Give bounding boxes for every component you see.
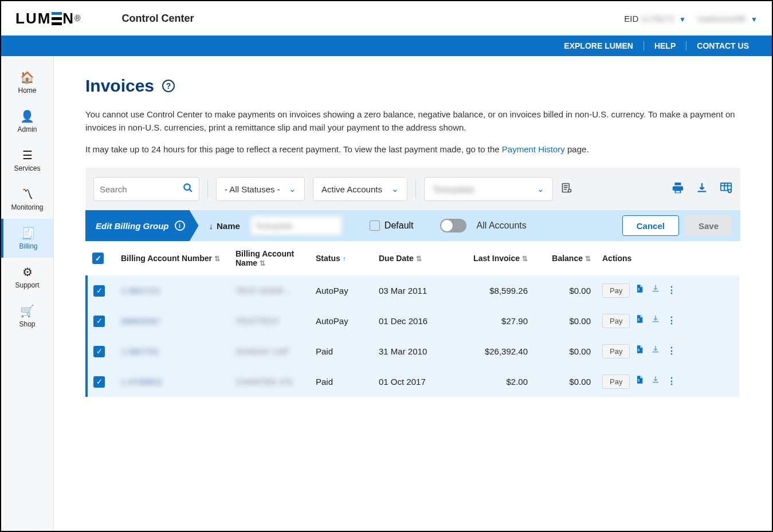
row-more-icon[interactable]: ⋮ xyxy=(667,346,676,356)
last-invoice-cell: $26,392.40 xyxy=(453,336,533,367)
sidebar-item-label: Support xyxy=(15,281,39,289)
row-download-icon[interactable] xyxy=(651,316,660,325)
col-last[interactable]: Last Invoice⇅ xyxy=(453,241,533,275)
col-due[interactable]: Due Date⇅ xyxy=(373,241,453,275)
acct-num-cell[interactable]: 1-9827S3 xyxy=(121,346,158,356)
save-button[interactable]: Save xyxy=(685,215,732,236)
sidebar-item-billing[interactable]: 🧾 Billing xyxy=(1,219,53,258)
pay-button[interactable]: Pay xyxy=(602,344,630,358)
col-balance[interactable]: Balance⇅ xyxy=(533,241,597,275)
row-download-icon[interactable] xyxy=(651,346,660,356)
eid-dropdown[interactable]: EID 1176272 ▼ xyxy=(624,14,686,23)
all-accounts-label: All Accounts xyxy=(477,220,527,231)
acct-num-cell[interactable]: 1-9M1Y21 xyxy=(121,286,160,295)
user-name: markussmith xyxy=(697,14,746,23)
name-label: ↓Name xyxy=(209,221,240,231)
page-description-2: It may take up to 24 hours for this page… xyxy=(85,144,740,154)
svg-point-0 xyxy=(184,184,190,190)
page-description: You cannot use Control Center to make pa… xyxy=(85,108,740,134)
search-input-wrap[interactable] xyxy=(93,177,199,201)
svg-line-1 xyxy=(189,189,192,192)
acct-name-cell: TESTTEST xyxy=(236,316,280,326)
svg-text:$: $ xyxy=(638,318,639,321)
group-filter-select[interactable]: Testupdate ⌄ xyxy=(424,177,553,201)
chevron-down-icon: ⌄ xyxy=(391,184,399,194)
global-nav-bar: EXPLORE LUMEN HELP CONTACT US xyxy=(1,36,772,56)
account-filter-select[interactable]: Active Accounts ⌄ xyxy=(313,177,407,201)
desc2-post: page. xyxy=(565,144,589,154)
due-cell: 31 Mar 2010 xyxy=(373,336,453,367)
last-invoice-cell: $8,599.26 xyxy=(453,275,533,306)
default-checkbox-wrap[interactable]: Default xyxy=(370,220,414,231)
row-more-icon[interactable]: ⋮ xyxy=(667,285,676,295)
sidebar-item-home[interactable]: 🏠 Home xyxy=(1,63,53,102)
group-name-input[interactable] xyxy=(250,216,342,235)
add-group-icon[interactable] xyxy=(561,182,572,196)
search-input[interactable] xyxy=(100,184,168,194)
explore-lumen-link[interactable]: EXPLORE LUMEN xyxy=(554,41,643,50)
col-status[interactable]: Status↑ xyxy=(310,241,373,275)
acct-num-cell[interactable]: 1-4Y8MK3 xyxy=(121,377,162,387)
row-checkbox[interactable]: ✓ xyxy=(93,376,105,388)
account-filter-label: Active Accounts xyxy=(321,184,382,194)
help-link[interactable]: HELP xyxy=(643,41,686,50)
status-filter-select[interactable]: - All Statuses - ⌄ xyxy=(216,177,305,201)
divider xyxy=(207,180,208,198)
sidebar-item-admin[interactable]: 👤 Admin xyxy=(1,102,53,141)
invoice-doc-icon[interactable]: $ xyxy=(635,346,644,356)
columns-settings-icon[interactable] xyxy=(720,182,732,197)
group-filter-label: Testupdate xyxy=(433,184,474,194)
status-cell: Paid xyxy=(310,367,373,397)
col-actions: Actions xyxy=(597,241,739,275)
all-accounts-toggle[interactable] xyxy=(440,219,466,232)
list-icon: ☰ xyxy=(22,148,33,162)
sidebar-item-support[interactable]: ⚙ Support xyxy=(1,258,53,297)
info-icon[interactable]: i xyxy=(175,220,185,231)
svg-text:$: $ xyxy=(638,348,639,352)
sidebar-item-monitoring[interactable]: 〽 Monitoring xyxy=(1,180,53,219)
cancel-button[interactable]: Cancel xyxy=(622,215,679,236)
invoices-table: ✓ Billing Account Number⇅ Billing Accoun… xyxy=(85,241,740,397)
row-download-icon[interactable] xyxy=(651,285,660,295)
balance-cell: $0.00 xyxy=(533,275,597,306)
desc2-pre: It may take up to 24 hours for this page… xyxy=(85,144,502,154)
pay-button[interactable]: Pay xyxy=(602,283,630,298)
contact-us-link[interactable]: CONTACT US xyxy=(686,41,759,50)
pay-button[interactable]: Pay xyxy=(602,375,630,389)
sidebar-item-label: Admin xyxy=(17,125,37,133)
row-checkbox[interactable]: ✓ xyxy=(93,346,105,357)
due-cell: 03 Mar 2011 xyxy=(373,275,453,306)
edit-billing-group-bar: Edit Billing Group i ↓Name Default All A… xyxy=(85,210,740,241)
sidebar-item-label: Monitoring xyxy=(11,203,43,211)
pay-button[interactable]: Pay xyxy=(602,314,630,328)
last-invoice-cell: $27.90 xyxy=(453,306,533,336)
sidebar-item-services[interactable]: ☰ Services xyxy=(1,141,53,180)
sidebar-item-shop[interactable]: 🛒 Shop xyxy=(1,297,53,336)
default-checkbox[interactable] xyxy=(370,220,380,231)
select-all-checkbox[interactable]: ✓ xyxy=(92,253,104,264)
svg-text:$: $ xyxy=(638,287,639,291)
col-acct-num[interactable]: Billing Account Number⇅ xyxy=(115,241,230,275)
acct-num-cell[interactable]: NMNS347 xyxy=(121,316,160,326)
download-icon[interactable] xyxy=(696,182,708,197)
invoice-doc-icon[interactable]: $ xyxy=(635,376,644,386)
invoice-doc-icon[interactable]: $ xyxy=(635,285,644,295)
row-download-icon[interactable] xyxy=(651,376,660,386)
search-icon[interactable] xyxy=(183,183,193,196)
row-more-icon[interactable]: ⋮ xyxy=(667,316,676,325)
default-label: Default xyxy=(384,220,414,231)
chevron-down-icon: ⌄ xyxy=(289,184,296,194)
col-acct-name[interactable]: Billing Account Name⇅ xyxy=(230,241,310,275)
activity-icon: 〽 xyxy=(22,188,33,201)
help-icon[interactable]: ? xyxy=(162,80,175,92)
row-checkbox[interactable]: ✓ xyxy=(93,285,105,297)
user-dropdown[interactable]: markussmith ▼ xyxy=(697,14,758,23)
balance-cell: $0.00 xyxy=(533,306,597,336)
invoice-icon: 🧾 xyxy=(21,226,36,240)
invoice-doc-icon[interactable]: $ xyxy=(635,316,644,325)
row-checkbox[interactable]: ✓ xyxy=(93,316,105,327)
row-more-icon[interactable]: ⋮ xyxy=(667,376,676,386)
payment-history-link[interactable]: Payment History xyxy=(502,144,565,154)
table-row: ✓ 1-4Y8MK3 CHANTEE 47k Paid 01 Oct 2017 … xyxy=(87,367,739,397)
print-icon[interactable] xyxy=(672,182,684,197)
